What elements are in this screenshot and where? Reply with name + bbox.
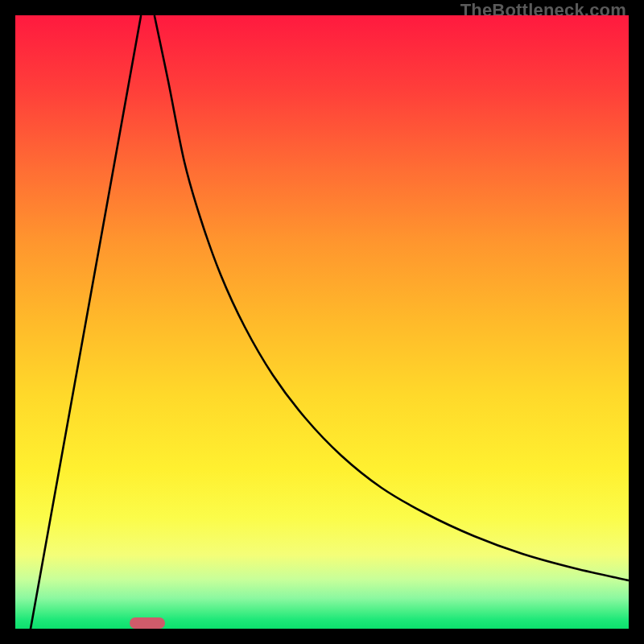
curve-right-segment <box>155 16 629 580</box>
chart-svg <box>15 15 629 629</box>
curve-left-segment <box>31 16 141 629</box>
chart-area <box>15 15 629 629</box>
minimum-marker <box>130 617 165 629</box>
